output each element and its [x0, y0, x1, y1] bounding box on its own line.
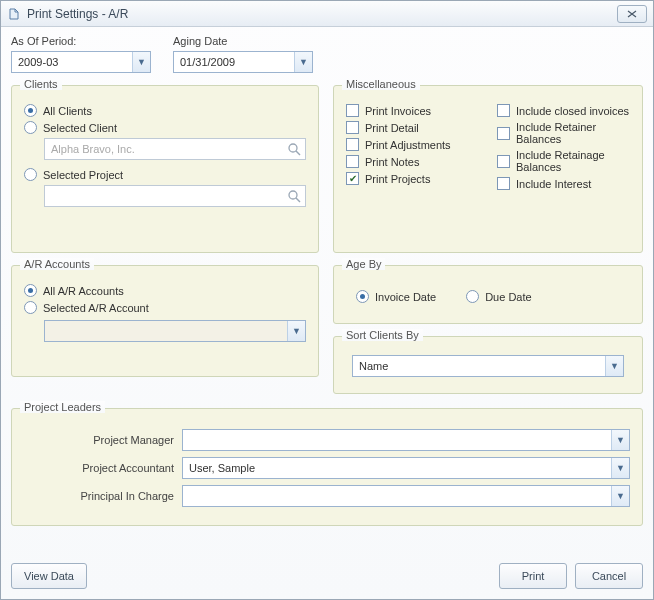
include-retainer-balances-label: Include Retainer Balances	[516, 121, 630, 145]
print-projects-label: Print Projects	[365, 173, 430, 185]
check-print-invoices[interactable]: Print Invoices	[346, 104, 479, 117]
cancel-label: Cancel	[592, 570, 626, 582]
print-detail-label: Print Detail	[365, 122, 419, 134]
two-column-area: Clients All Clients Selected Client Alph…	[11, 85, 643, 406]
clients-group: Clients All Clients Selected Client Alph…	[11, 85, 319, 253]
radio-icon	[466, 290, 479, 303]
ar-accounts-legend: A/R Accounts	[20, 258, 94, 270]
as-of-period-value: 2009-03	[12, 56, 132, 68]
age-by-legend: Age By	[342, 258, 385, 270]
chevron-down-icon: ▼	[611, 486, 629, 506]
print-button[interactable]: Print	[499, 563, 567, 589]
check-include-retainer-balances[interactable]: Include Retainer Balances	[497, 121, 630, 145]
miscellaneous-group: Miscellaneous Print Invoices Print Detai…	[333, 85, 643, 253]
sort-clients-value: Name	[353, 360, 605, 372]
check-include-closed-invoices[interactable]: Include closed invoices	[497, 104, 630, 117]
due-date-label: Due Date	[485, 291, 531, 303]
principal-in-charge-row: Principal In Charge ▼	[24, 485, 630, 507]
window: Print Settings - A/R As Of Period: 2009-…	[0, 0, 654, 600]
age-by-group: Age By Invoice Date Due Date	[333, 265, 643, 324]
print-notes-label: Print Notes	[365, 156, 419, 168]
chevron-down-icon: ▼	[287, 321, 305, 341]
view-data-button[interactable]: View Data	[11, 563, 87, 589]
sort-clients-select[interactable]: Name ▼	[352, 355, 624, 377]
selected-ar-account-select[interactable]: ▼	[44, 320, 306, 342]
sort-clients-legend: Sort Clients By	[342, 329, 423, 341]
selected-client-label: Selected Client	[43, 122, 117, 134]
chevron-down-icon: ▼	[605, 356, 623, 376]
radio-icon	[356, 290, 369, 303]
project-leaders-legend: Project Leaders	[20, 401, 105, 413]
selected-client-search[interactable]: Alpha Bravo, Inc.	[44, 138, 306, 160]
checkbox-icon	[346, 121, 359, 134]
radio-all-ar-accounts[interactable]: All A/R Accounts	[24, 284, 306, 297]
search-icon	[283, 139, 305, 159]
check-print-detail[interactable]: Print Detail	[346, 121, 479, 134]
as-of-period-field: As Of Period: 2009-03 ▼	[11, 35, 151, 73]
radio-icon	[24, 121, 37, 134]
project-leaders-group: Project Leaders Project Manager ▼ Projec…	[11, 408, 643, 526]
selected-project-search[interactable]	[44, 185, 306, 207]
cancel-button[interactable]: Cancel	[575, 563, 643, 589]
aging-date-field: Aging Date 01/31/2009 ▼	[173, 35, 313, 73]
radio-due-date[interactable]: Due Date	[466, 290, 531, 303]
aging-date-label: Aging Date	[173, 35, 313, 47]
titlebar: Print Settings - A/R	[1, 1, 653, 27]
sort-clients-group: Sort Clients By Name ▼	[333, 336, 643, 394]
all-ar-accounts-label: All A/R Accounts	[43, 285, 124, 297]
svg-line-1	[296, 151, 300, 155]
clients-legend: Clients	[20, 78, 62, 90]
chevron-down-icon: ▼	[611, 430, 629, 450]
svg-line-3	[296, 198, 300, 202]
print-adjustments-label: Print Adjustments	[365, 139, 451, 151]
project-accountant-value: User, Sample	[183, 462, 611, 474]
search-icon	[283, 186, 305, 206]
radio-all-clients[interactable]: All Clients	[24, 104, 306, 117]
checkbox-icon	[497, 104, 510, 117]
invoice-date-label: Invoice Date	[375, 291, 436, 303]
window-title: Print Settings - A/R	[27, 7, 617, 21]
all-clients-label: All Clients	[43, 105, 92, 117]
miscellaneous-legend: Miscellaneous	[342, 78, 420, 90]
right-column: Miscellaneous Print Invoices Print Detai…	[333, 85, 643, 406]
left-column: Clients All Clients Selected Client Alph…	[11, 85, 319, 406]
aging-date-combo[interactable]: 01/31/2009 ▼	[173, 51, 313, 73]
project-accountant-select[interactable]: User, Sample ▼	[182, 457, 630, 479]
project-manager-label: Project Manager	[24, 434, 174, 446]
check-print-adjustments[interactable]: Print Adjustments	[346, 138, 479, 151]
radio-selected-client[interactable]: Selected Client	[24, 121, 306, 134]
radio-invoice-date[interactable]: Invoice Date	[356, 290, 436, 303]
radio-icon	[24, 168, 37, 181]
ar-accounts-group: A/R Accounts All A/R Accounts Selected A…	[11, 265, 319, 377]
include-closed-invoices-label: Include closed invoices	[516, 105, 629, 117]
footer: View Data Print Cancel	[11, 563, 643, 589]
svg-point-0	[289, 144, 297, 152]
check-print-projects[interactable]: ✔Print Projects	[346, 172, 479, 185]
check-include-retainage-balances[interactable]: Include Retainage Balances	[497, 149, 630, 173]
checkbox-icon	[497, 177, 510, 190]
radio-icon	[24, 284, 37, 297]
checkbox-icon	[497, 155, 510, 168]
window-close-button[interactable]	[617, 5, 647, 23]
project-manager-select[interactable]: ▼	[182, 429, 630, 451]
check-include-interest[interactable]: Include Interest	[497, 177, 630, 190]
radio-selected-ar-account[interactable]: Selected A/R Account	[24, 301, 306, 314]
app-icon	[7, 7, 21, 21]
selected-project-label: Selected Project	[43, 169, 123, 181]
include-interest-label: Include Interest	[516, 178, 591, 190]
check-print-notes[interactable]: Print Notes	[346, 155, 479, 168]
view-data-label: View Data	[24, 570, 74, 582]
checkbox-icon	[346, 138, 359, 151]
project-accountant-label: Project Accountant	[24, 462, 174, 474]
chevron-down-icon: ▼	[611, 458, 629, 478]
content-area: As Of Period: 2009-03 ▼ Aging Date 01/31…	[11, 35, 643, 589]
radio-selected-project[interactable]: Selected Project	[24, 168, 306, 181]
as-of-period-combo[interactable]: 2009-03 ▼	[11, 51, 151, 73]
radio-icon	[24, 301, 37, 314]
checkbox-icon	[497, 127, 510, 140]
radio-icon	[24, 104, 37, 117]
principal-in-charge-select[interactable]: ▼	[182, 485, 630, 507]
checkbox-icon: ✔	[346, 172, 359, 185]
top-fields-row: As Of Period: 2009-03 ▼ Aging Date 01/31…	[11, 35, 643, 73]
selected-ar-account-label: Selected A/R Account	[43, 302, 149, 314]
